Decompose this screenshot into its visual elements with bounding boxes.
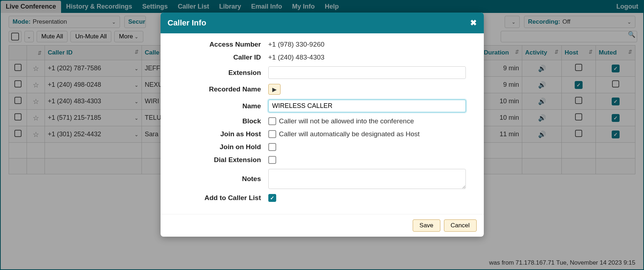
add-list-checkbox[interactable]: ✓ [268,194,276,202]
join-host-label: Join as Host [171,130,261,138]
modal-overlay: Caller Info ✖ Access Number +1 (978) 330… [0,0,644,270]
modal-title: Caller Info [168,18,207,28]
join-host-checkbox[interactable] [268,130,276,138]
name-field[interactable] [268,100,466,112]
recorded-name-label: Recorded Name [171,85,261,93]
extension-label: Extension [171,69,261,77]
block-checkbox[interactable] [268,117,276,125]
dial-ext-label: Dial Extension [171,156,261,164]
save-button[interactable]: Save [413,219,440,232]
block-label: Block [171,117,261,125]
join-hold-label: Join on Hold [171,143,261,151]
notes-label: Notes [171,175,261,183]
caller-id-label: Caller ID [171,53,261,61]
dial-ext-checkbox[interactable] [268,156,276,164]
caller-info-modal: Caller Info ✖ Access Number +1 (978) 330… [161,13,484,237]
block-description: Caller will not be allowed into the conf… [279,117,414,125]
close-icon[interactable]: ✖ [470,18,477,28]
cancel-button[interactable]: Cancel [444,219,477,232]
play-recorded-name-button[interactable]: ▶ [268,84,281,95]
name-label: Name [171,102,261,110]
add-list-label: Add to Caller List [171,194,261,202]
access-number-label: Access Number [171,41,261,48]
join-host-description: Caller will automatically be designated … [279,130,420,138]
extension-field[interactable] [268,66,466,79]
caller-id-value: +1 (240) 483-4303 [268,53,473,61]
join-hold-checkbox[interactable] [268,143,276,151]
modal-header: Caller Info ✖ [161,13,484,33]
access-number-value: +1 (978) 330-9260 [268,41,473,48]
notes-field[interactable] [268,169,466,189]
